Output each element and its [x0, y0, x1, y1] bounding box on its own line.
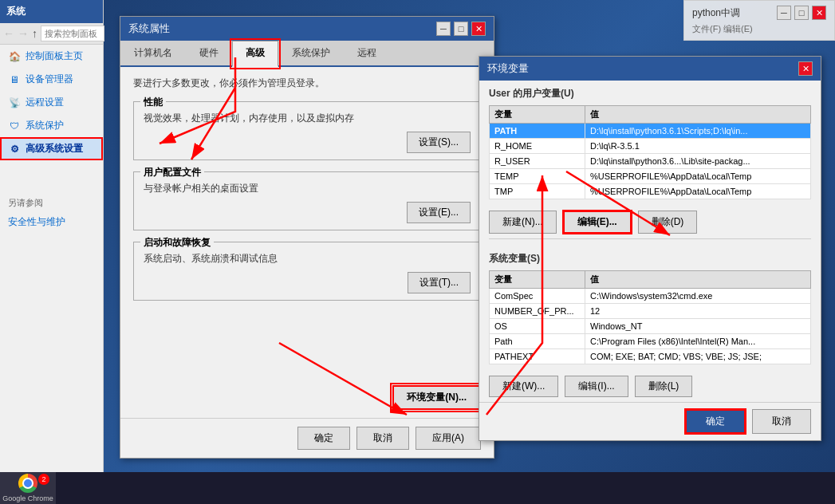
- sysprop-cancel-btn[interactable]: 取消: [356, 427, 409, 450]
- tab-hostname[interactable]: 计算机名: [120, 41, 186, 65]
- user-vars-section: User 的用户变量(U) 变量 值 PATHD:\lq\install\pyt…: [479, 81, 821, 206]
- user-vars-col-value: 值: [585, 106, 811, 124]
- startup-section: 启动和故障恢复 系统启动、系统崩溃和调试信息 设置(T)...: [133, 242, 481, 301]
- sys-vars-col-name: 变量: [490, 271, 585, 289]
- taskbar-chrome-label: Google Chrome: [2, 494, 53, 502]
- user-delete-btn[interactable]: 删除(D): [638, 211, 698, 234]
- env-variables-btn[interactable]: 环境变量(N)...: [392, 385, 481, 410]
- sys-var-row[interactable]: ComSpecC:\Windows\system32\cmd.exe: [490, 289, 811, 304]
- sysprop-maximize-btn[interactable]: □: [454, 22, 468, 36]
- user-var-row[interactable]: TEMP%USERPROFILE%\AppData\Local\Temp: [490, 169, 811, 184]
- sidebar-item-device-label: 设备管理器: [26, 73, 73, 86]
- envvar-title: 环境变量: [487, 61, 529, 76]
- sysprop-footer: 确定 取消 应用(A): [120, 418, 494, 458]
- sysprop-minimize-btn[interactable]: ─: [436, 22, 451, 36]
- envvar-titlebar: 环境变量 ✕: [479, 57, 821, 81]
- sys-var-row[interactable]: PathC:\Program Files (x86)\Intel\Intel(R…: [490, 334, 811, 349]
- sysprop-content: 要进行大多数更改，你必须作为管理员登录。 性能 视觉效果，处理器计划，内存使用，…: [120, 67, 494, 418]
- home-icon: 🏠: [8, 50, 21, 63]
- user-vars-title: User 的用户变量(U): [489, 87, 811, 100]
- nav-back-btn[interactable]: ←: [3, 26, 14, 41]
- see-also-title: 另请参阅: [0, 192, 103, 211]
- sysprop-ok-btn[interactable]: 确定: [297, 427, 350, 450]
- sys-var-row[interactable]: OSWindows_NT: [490, 319, 811, 334]
- sys-var-row[interactable]: PATHEXTCOM; EXE; BAT; CMD; VBS; VBE; JS;…: [490, 349, 811, 364]
- sys-var-buttons: 新建(W)... 编辑(I)... 删除(L): [479, 371, 821, 402]
- tab-remote[interactable]: 远程: [344, 41, 390, 65]
- user-vars-col-name: 变量: [490, 106, 585, 124]
- nav-up-btn[interactable]: ↑: [32, 26, 37, 41]
- sidebar-item-advanced-label: 高级系统设置: [26, 142, 83, 156]
- sidebar-item-home[interactable]: 🏠 控制面板主页: [0, 45, 103, 68]
- envvar-footer: 确定 取消: [479, 402, 821, 440]
- user-var-row[interactable]: R_HOMED:\lq\R-3.5.1: [490, 139, 811, 154]
- hint-maximize-btn[interactable]: □: [794, 6, 809, 20]
- desktop: 系统 ← → ↑ 🏠 控制面板主页 🖥 设备管理器 📡 远程设置 🛡 系统保护 …: [0, 0, 835, 504]
- performance-desc: 视觉效果，处理器计划，内存使用，以及虚拟内存: [144, 112, 471, 125]
- sys-delete-btn[interactable]: 删除(L): [635, 376, 693, 397]
- sidebar-item-device[interactable]: 🖥 设备管理器: [0, 68, 103, 91]
- userprofile-desc: 与登录帐户相关的桌面设置: [144, 182, 471, 195]
- cp-search-input[interactable]: [41, 26, 104, 41]
- sysprop-title: 系统属性: [128, 22, 170, 36]
- user-vars-table: 变量 值 PATHD:\lq\install\python3.6.1\Scrip…: [489, 105, 811, 199]
- sys-vars-section: 系统变量(S) 变量 值 ComSpecC:\Windows\system32\…: [479, 246, 821, 371]
- sidebar-item-remote[interactable]: 📡 远程设置: [0, 91, 103, 114]
- notification-badge: 2: [38, 474, 49, 485]
- taskbar: Google Chrome 2: [0, 472, 835, 504]
- nav-forward-btn[interactable]: →: [18, 26, 29, 41]
- user-edit-btn[interactable]: 编辑(E)...: [563, 211, 632, 234]
- sidebar-item-advanced[interactable]: ⚙ 高级系统设置: [0, 137, 103, 160]
- device-icon: 🖥: [8, 73, 21, 86]
- right-panel-hint: python中调 ─ □ ✕ 文件(F) 编辑(E): [683, 0, 835, 41]
- shield-icon: 🛡: [8, 120, 21, 132]
- sys-edit-btn[interactable]: 编辑(I)...: [565, 376, 628, 397]
- sys-vars-table: 变量 值 ComSpecC:\Windows\system32\cmd.exeN…: [489, 270, 811, 364]
- envvar-ok-btn[interactable]: 确定: [685, 409, 746, 434]
- sys-vars-col-value: 值: [585, 271, 811, 289]
- performance-settings-btn[interactable]: 设置(S)...: [407, 132, 471, 153]
- sysprop-titlebar-buttons: ─ □ ✕: [436, 22, 486, 36]
- startup-settings-btn[interactable]: 设置(T)...: [408, 272, 471, 293]
- envvar-dialog: 环境变量 ✕ User 的用户变量(U) 变量 值 PATHD:\lq\inst…: [479, 56, 821, 441]
- remote-icon: 📡: [8, 96, 21, 109]
- startup-label: 启动和故障恢复: [140, 236, 214, 250]
- sidebar-item-protection[interactable]: 🛡 系统保护: [0, 114, 103, 137]
- sidebar-item-protection-label: 系统保护: [26, 119, 64, 132]
- sidebar-item-home-label: 控制面板主页: [26, 49, 83, 63]
- taskbar-chrome[interactable]: Google Chrome 2: [0, 472, 56, 504]
- gear-icon: ⚙: [8, 143, 21, 156]
- envvar-cancel-btn[interactable]: 取消: [752, 409, 811, 434]
- performance-section: 性能 视觉效果，处理器计划，内存使用，以及虚拟内存 设置(S)...: [133, 101, 481, 160]
- envvar-titlebar-buttons: ✕: [798, 61, 813, 76]
- tab-protection[interactable]: 系统保护: [278, 41, 344, 65]
- cp-title: 系统: [6, 5, 26, 18]
- chrome-icon: [18, 474, 37, 493]
- envvar-close-btn[interactable]: ✕: [798, 61, 813, 76]
- user-var-row[interactable]: R_USERD:\lq\install\python3.6...\Lib\sit…: [490, 154, 811, 169]
- sysprop-apply-btn[interactable]: 应用(A): [416, 427, 481, 450]
- tab-advanced[interactable]: 高级: [232, 41, 278, 67]
- hint-minimize-btn[interactable]: ─: [777, 6, 791, 20]
- sysprop-dialog: 系统属性 ─ □ ✕ 计算机名 硬件 高级 系统保护 远程 要进行大多数更改，你…: [120, 16, 494, 459]
- cp-header: 系统: [0, 0, 103, 23]
- sys-vars-title: 系统变量(S): [489, 252, 811, 266]
- sidebar-item-security[interactable]: 安全性与维护: [0, 211, 103, 234]
- userprofile-settings-btn[interactable]: 设置(E)...: [407, 202, 471, 223]
- user-var-row[interactable]: TMP%USERPROFILE%\AppData\Local\Temp: [490, 184, 811, 199]
- performance-label: 性能: [140, 96, 166, 109]
- hint-close-btn[interactable]: ✕: [812, 6, 826, 20]
- sys-var-row[interactable]: NUMBER_OF_PR...12: [490, 304, 811, 319]
- startup-desc: 系统启动、系统崩溃和调试信息: [144, 252, 471, 266]
- user-new-btn[interactable]: 新建(N)...: [489, 211, 557, 234]
- right-hint-title: python中调: [692, 6, 740, 20]
- sysprop-close-btn[interactable]: ✕: [471, 22, 486, 36]
- sysprop-note: 要进行大多数更改，你必须作为管理员登录。: [133, 77, 481, 90]
- user-var-row[interactable]: PATHD:\lq\install\python3.6.1\Scripts;D:…: [490, 124, 811, 139]
- tab-hardware[interactable]: 硬件: [186, 41, 232, 65]
- sys-new-btn[interactable]: 新建(W)...: [489, 376, 558, 397]
- userprofile-section: 用户配置文件 与登录帐户相关的桌面设置 设置(E)...: [133, 171, 481, 230]
- sysprop-titlebar: 系统属性 ─ □ ✕: [120, 17, 494, 41]
- sidebar-security-label: 安全性与维护: [8, 215, 65, 229]
- userprofile-label: 用户配置文件: [140, 166, 204, 179]
